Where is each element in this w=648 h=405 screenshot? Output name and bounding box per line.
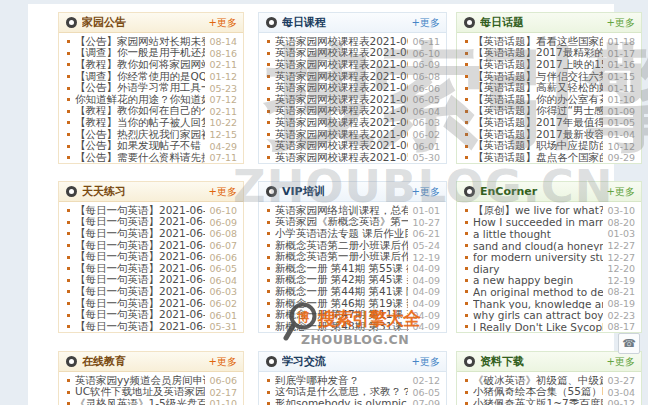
item-link[interactable]: 【每日一句英语】2021-06-05: [75, 275, 205, 287]
item-link[interactable]: An original method to deal with dirty do: [473, 286, 603, 298]
item-link[interactable]: a little thought: [473, 228, 603, 240]
item-link[interactable]: 【教程】当你的帖子被人回复时，教你如何: [75, 117, 205, 129]
item-link[interactable]: 【英语话题】2017上映的15部热门恐怖片: [473, 59, 603, 71]
more-link-online-education[interactable]: +更多: [209, 355, 237, 369]
bullet-icon: [67, 121, 70, 124]
item-link[interactable]: 【每日一句英语】2021-06-11: [75, 205, 205, 217]
item-link[interactable]: sand and cloud(a honeymoon trip): [473, 240, 603, 252]
item-link[interactable]: 【英语话题】高薪又轻松的好工作排行榜: [473, 82, 603, 94]
item-link[interactable]: 英语家园网校课程表2021-06-10: [275, 59, 408, 71]
item-link[interactable]: 英语家园网校课程表2021-06-07: [275, 82, 408, 94]
panel-daily-courses: 每日课程 +更多 英语家园网校课程表2021-06-12 06-11 英语家园网…: [258, 12, 447, 164]
item-link[interactable]: 小猪佩奇英文版1~7季百度网盘下载: [473, 398, 603, 405]
item-link[interactable]: 新概念英语第二册小班课后作业目录: [275, 240, 408, 252]
item-link[interactable]: 英语家园yy频道会员房间申请帖及申请规则: [75, 375, 205, 387]
more-link-vip-training[interactable]: +更多: [412, 185, 440, 199]
more-link-daily-practice[interactable]: +更多: [209, 185, 237, 199]
item-link[interactable]: 【英语话题】你的办公室有茶歇文化吗？: [473, 94, 603, 106]
item-link[interactable]: 英语家园网络培训课程，总有一款适合你: [275, 205, 408, 217]
item-link[interactable]: 【公告】需要什么资料请先搜索，如没有.: [75, 152, 205, 164]
item-link[interactable]: 【每日一句英语】2021-06-09: [75, 228, 205, 240]
list-item: 【英语话题】职场中应提防的6种囧事及应 10-12: [465, 140, 635, 152]
item-link[interactable]: 【每日一句英语】2021-06-06: [75, 263, 205, 275]
item-link[interactable]: for modern university students: [473, 251, 603, 263]
item-date: 01-04: [607, 129, 635, 140]
item-link[interactable]: 《破冰英语》初级篇、中级篇、高级篇（含: [473, 375, 603, 387]
item-link[interactable]: 【英语话题】2017最精彩的8部历史片: [473, 48, 603, 60]
list-item: a little thought 01-03: [465, 228, 635, 240]
item-link[interactable]: 英语家园《新概念英语》第一册第46期班招: [275, 217, 408, 229]
more-link-encorner[interactable]: +更多: [607, 185, 635, 199]
item-link[interactable]: 英语家园网校课程表2021-06-05: [275, 106, 408, 118]
item-link[interactable]: 英语家园网校课程表2021-06-04: [275, 117, 408, 129]
item-link[interactable]: 英语家园网校课程表2021-06-02: [275, 140, 408, 152]
item-link[interactable]: 新概念一册 第42期 第45课 秦思远同学 朗: [275, 275, 408, 287]
item-link[interactable]: 【教程】教你如何将家园网站上的好帖转发: [75, 59, 205, 71]
item-link[interactable]: 【公告】如果发现帖子不错，请存帖子下载: [75, 140, 205, 152]
item-link[interactable]: 小猪佩奇绘本合集（55篇）PDF下载: [473, 387, 603, 399]
item-link[interactable]: 【每日一句英语】2021-06-03: [75, 298, 205, 310]
item-link[interactable]: diary: [473, 263, 603, 275]
item-date: 05-24: [412, 240, 440, 251]
item-link[interactable]: 【英语话题】2017年最值得一去的10座城: [473, 117, 603, 129]
item-date: 01-12: [209, 71, 237, 82]
item-link[interactable]: 【英语话题】与伴侣交往六禁忌: [473, 71, 603, 83]
item-link[interactable]: 新概念一册 第48期 第31课 同学 朗: [275, 321, 408, 333]
more-link-downloads[interactable]: +更多: [607, 355, 635, 369]
item-link[interactable]: 英语家园网校课程表2021-06-11: [275, 48, 408, 60]
more-link-daily-courses[interactable]: +更多: [412, 16, 440, 30]
item-link[interactable]: 【调查】你经常使用的是QQ还是微信？参: [75, 71, 205, 83]
item-link[interactable]: Thank you, knowledge and wisdom: [473, 298, 603, 310]
item-link[interactable]: 《灵格风英语》1-5级光盘百度云盘下载: [75, 398, 205, 405]
item-link[interactable]: How I succeeded in marrying a successful: [473, 217, 603, 229]
item-link[interactable]: 【公告】热烈庆祝我们家园被评为“最具影: [75, 129, 205, 141]
more-link-daily-topics[interactable]: +更多: [607, 16, 635, 30]
item-link[interactable]: 【公告】家园网站对长期未登录成员实施扣: [75, 36, 205, 48]
item-date: 04-09: [412, 310, 440, 321]
item-link[interactable]: 【英语话题】2017最新妆容流行趋势: [473, 129, 603, 141]
item-link[interactable]: 新概念一册 第41期 第55课 徐晨希同学 朗: [275, 263, 408, 275]
more-link-study-exchange[interactable]: +更多: [412, 355, 440, 369]
item-link[interactable]: I Really Don't Like Sycophantic Peop: [473, 321, 603, 333]
item-link[interactable]: 【每日一句英语】2021-06-02: [75, 309, 205, 321]
item-link[interactable]: 英语家园网校课程表2021-06-06: [275, 94, 408, 106]
panel-daily-topics: 每日话题 +更多 【英语话题】看看这些国家的语言禁忌 01-18 【英语话题】2…: [456, 12, 642, 164]
item-link[interactable]: 【英语话题】盘点各个国家的免费福利: [473, 152, 603, 164]
item-link[interactable]: 新概念一册 第46期 第19课 魏新宸同学 朗: [275, 298, 408, 310]
item-link[interactable]: 【每日一句英语】2021-06-04: [75, 286, 205, 298]
item-link[interactable]: a new happy begin: [473, 275, 603, 287]
item-link[interactable]: 【英语话题】职场中应提防的6种囧事及应: [473, 140, 603, 152]
item-link[interactable]: 新概念一册 第44期 第41课 陈睿洋同学 朗: [275, 286, 408, 298]
item-link[interactable]: 【每日一句英语】2021-06-01: [75, 321, 205, 333]
item-link[interactable]: 这句话是什么意思，求教？？？: [275, 387, 408, 399]
list-item: 【每日一句英语】2021-06-09 06-08: [67, 228, 237, 240]
item-link[interactable]: 英语家园网校课程表2021-05-31: [275, 152, 408, 164]
item-link[interactable]: 【英语话题】看看这些国家的语言禁忌: [473, 36, 603, 48]
item-link[interactable]: 形如somebody is olympic game hopeful是: [275, 398, 408, 405]
item-link[interactable]: 到底学哪种发音？: [275, 375, 408, 387]
item-link[interactable]: 【每日一句英语】2021-06-07: [75, 251, 205, 263]
list-item: 【公告】需要什么资料请先搜索，如没有. 07-11: [67, 152, 237, 164]
floating-widget-button[interactable]: ☎: [618, 333, 640, 354]
item-link[interactable]: UC软件下载地址及英语家园房间进入方法: [75, 387, 205, 399]
item-link[interactable]: 英语家园网校课程表2021-06-03: [275, 129, 408, 141]
more-link-home-announcements[interactable]: +更多: [209, 16, 237, 30]
item-link[interactable]: 【调查】你一般是用手机还是用电脑访问家园: [75, 48, 205, 60]
panel-daily-practice: 天天练习 +更多 【每日一句英语】2021-06-11 06-10 【每日一句英…: [58, 181, 244, 333]
item-link[interactable]: 【原创】we live for what?: [473, 205, 603, 217]
item-link[interactable]: 新概念英语第一册小班课后作业目录: [275, 251, 408, 263]
item-date: 01-05: [607, 117, 635, 128]
item-link[interactable]: 【教程】教你如何在自己的个人空间添加音: [75, 106, 205, 118]
item-date: 01-15: [607, 71, 635, 82]
item-link[interactable]: 【公告】外语学习常用工具一览: [75, 82, 205, 94]
item-link[interactable]: why girls can attract boys: [473, 309, 603, 321]
list-item: 这句话是什么意思，求教？？？ 06-05: [267, 387, 440, 399]
item-link[interactable]: 【每日一句英语】2021-06-08: [75, 240, 205, 252]
item-link[interactable]: 【英语话题】你得过“男士感冒”吗？: [473, 106, 603, 118]
item-link[interactable]: 英语家园网校课程表2021-06-12: [275, 36, 408, 48]
item-link[interactable]: 你知道鲜花的用途？你知道如何获得鲜花？: [75, 94, 205, 106]
item-link[interactable]: 小学英语语法专题 课后作业目录: [275, 228, 408, 240]
item-link[interactable]: 【每日一句英语】2021-06-10: [75, 217, 205, 229]
item-link[interactable]: 英语家园网校课程表2021-06-09: [275, 71, 408, 83]
item-link[interactable]: 新概念一册 第47期 第11课 苏俊泽同学 朗: [275, 309, 408, 321]
